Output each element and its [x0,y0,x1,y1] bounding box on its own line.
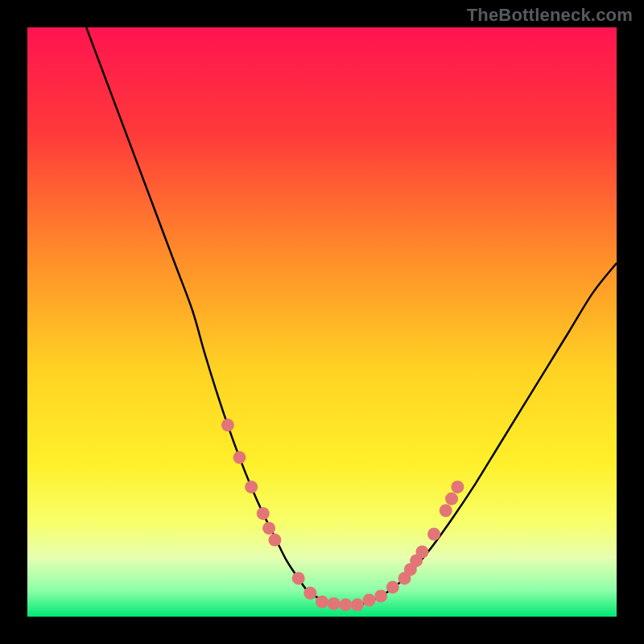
highlight-dot [221,419,234,431]
highlight-dot [303,587,316,600]
highlight-dot [262,522,275,535]
highlight-dot [257,507,270,520]
highlight-dot [328,597,341,610]
highlight-dot [268,534,281,547]
highlight-dot [316,596,328,609]
highlight-dot [386,580,399,593]
highlight-dot [451,481,464,493]
highlight-dot [292,572,305,584]
highlight-dot [233,451,246,464]
highlight-dot [440,504,452,517]
highlight-dot [245,481,258,493]
watermark-text: TheBottleneck.com [467,5,633,26]
highlight-dot [339,598,352,611]
highlight-dot [374,589,387,602]
highlight-dot [427,528,440,541]
gradient-background [27,27,617,617]
highlight-dot [445,493,458,506]
plot-area [27,27,617,617]
highlight-dot [363,594,376,607]
highlight-dot [351,598,364,611]
highlight-dot [415,545,428,558]
chart-svg [0,0,644,644]
chart-container: TheBottleneck.com [0,0,644,644]
